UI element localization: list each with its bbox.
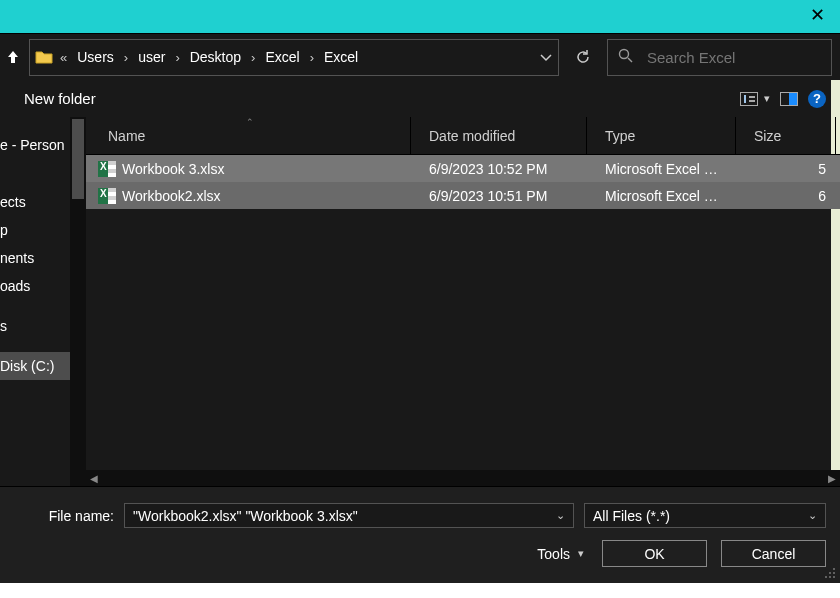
search-input[interactable] xyxy=(647,49,821,66)
chevron-down-icon: ▾ xyxy=(578,547,584,560)
file-row[interactable]: Workbook2.xlsx 6/9/2023 10:51 PM Microso… xyxy=(86,182,840,209)
cancel-button[interactable]: Cancel xyxy=(721,540,826,567)
breadcrumb-excel1[interactable]: Excel xyxy=(261,49,303,65)
chevron-right-icon[interactable]: › xyxy=(173,50,181,65)
file-list: Name ⌃ Date modified Type Size Workbook … xyxy=(86,117,840,486)
ok-button[interactable]: OK xyxy=(602,540,707,567)
horizontal-scrollbar[interactable]: ◀ ▶ xyxy=(86,470,840,486)
scroll-left-icon[interactable]: ◀ xyxy=(86,470,102,486)
breadcrumb-user[interactable]: user xyxy=(134,49,169,65)
chevron-down-icon[interactable]: ⌄ xyxy=(808,509,817,522)
search-icon xyxy=(618,48,633,67)
address-toolbar: « Users › user › Desktop › Excel › Excel xyxy=(0,33,840,80)
svg-point-6 xyxy=(829,576,831,578)
svg-point-2 xyxy=(833,568,835,570)
titlebar: ✕ xyxy=(0,0,840,33)
chevron-right-icon[interactable]: › xyxy=(308,50,316,65)
main-area: e - Person ects p nents oads s Disk (C:)… xyxy=(0,117,840,486)
svg-point-5 xyxy=(825,576,827,578)
excel-file-icon xyxy=(98,188,116,204)
breadcrumb-ellipsis[interactable]: « xyxy=(58,50,69,65)
sidebar-scrollbar[interactable] xyxy=(70,117,86,486)
filetype-select[interactable]: All Files (*.*) ⌄ xyxy=(584,503,826,528)
scroll-right-icon[interactable]: ▶ xyxy=(824,470,840,486)
chevron-right-icon[interactable]: › xyxy=(249,50,257,65)
column-header-date[interactable]: Date modified xyxy=(411,117,587,154)
file-name: Workbook 3.xlsx xyxy=(122,161,224,177)
up-icon[interactable] xyxy=(3,48,23,66)
file-type: Microsoft Excel W... xyxy=(587,161,736,177)
file-size: 6 xyxy=(736,188,836,204)
address-history-chevron-icon[interactable] xyxy=(540,48,552,66)
new-folder-button[interactable]: New folder xyxy=(24,90,96,107)
preview-pane-icon[interactable] xyxy=(780,92,798,106)
chevron-down-icon: ▾ xyxy=(764,92,770,105)
filename-label: File name: xyxy=(14,508,114,524)
svg-point-4 xyxy=(833,572,835,574)
sort-indicator-icon: ⌃ xyxy=(246,117,254,127)
filetype-value: All Files (*.*) xyxy=(593,508,670,524)
svg-line-1 xyxy=(628,58,632,62)
dialog-footer: File name: "Workbook2.xlsx" "Workbook 3.… xyxy=(0,486,840,583)
file-date: 6/9/2023 10:52 PM xyxy=(411,161,587,177)
help-icon[interactable]: ? xyxy=(808,90,826,108)
svg-point-3 xyxy=(829,572,831,574)
refresh-icon[interactable] xyxy=(565,39,601,76)
chevron-down-icon[interactable]: ⌄ xyxy=(556,509,565,522)
details-view-icon xyxy=(740,92,758,106)
command-bar: New folder ▾ ? xyxy=(0,80,840,117)
search-box[interactable] xyxy=(607,39,832,76)
background-sheet-bottom xyxy=(0,583,840,598)
breadcrumb-users[interactable]: Users xyxy=(73,49,118,65)
close-icon[interactable]: ✕ xyxy=(810,6,825,24)
file-size: 5 xyxy=(736,161,836,177)
filename-value: "Workbook2.xlsx" "Workbook 3.xlsx" xyxy=(133,508,358,524)
resize-grip-icon[interactable] xyxy=(824,567,836,579)
breadcrumb-desktop[interactable]: Desktop xyxy=(186,49,245,65)
breadcrumb-excel2[interactable]: Excel xyxy=(320,49,362,65)
file-date: 6/9/2023 10:51 PM xyxy=(411,188,587,204)
address-bar[interactable]: « Users › user › Desktop › Excel › Excel xyxy=(29,39,559,76)
file-row[interactable]: Workbook 3.xlsx 6/9/2023 10:52 PM Micros… xyxy=(86,155,840,182)
column-header-name-label: Name xyxy=(108,128,145,144)
svg-point-0 xyxy=(620,49,629,58)
column-header-size[interactable]: Size xyxy=(736,117,836,154)
sidebar-scrollbar-thumb[interactable] xyxy=(72,119,84,199)
tools-menu[interactable]: Tools ▾ xyxy=(537,546,584,562)
column-header-name[interactable]: Name ⌃ xyxy=(90,117,411,154)
file-name: Workbook2.xlsx xyxy=(122,188,221,204)
navigation-sidebar: e - Person ects p nents oads s Disk (C:) xyxy=(0,117,86,486)
column-headers: Name ⌃ Date modified Type Size xyxy=(86,117,840,155)
excel-file-icon xyxy=(98,161,116,177)
tools-label: Tools xyxy=(537,546,570,562)
filename-input[interactable]: "Workbook2.xlsx" "Workbook 3.xlsx" ⌄ xyxy=(124,503,574,528)
column-header-type[interactable]: Type xyxy=(587,117,736,154)
chevron-right-icon[interactable]: › xyxy=(122,50,130,65)
folder-icon xyxy=(34,49,54,65)
view-mode-button[interactable]: ▾ xyxy=(740,92,770,106)
file-type: Microsoft Excel W... xyxy=(587,188,736,204)
svg-point-7 xyxy=(833,576,835,578)
